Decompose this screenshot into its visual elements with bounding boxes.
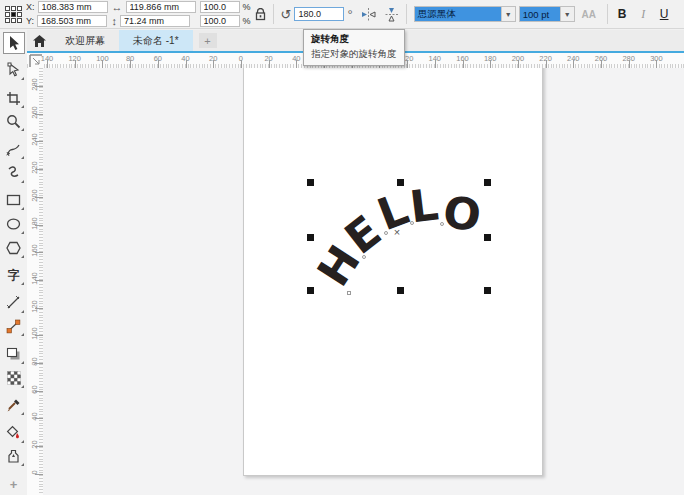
mirror-horizontal-button[interactable]: [361, 8, 376, 21]
crop-tool-icon: [6, 91, 21, 106]
smart-fill-tool-icon: [6, 449, 21, 464]
x-label: X:: [26, 2, 35, 12]
artistic-media-tool[interactable]: [3, 162, 25, 184]
canvas: [43, 68, 684, 495]
scale-y-unit: %: [243, 16, 251, 26]
ellipse-tool[interactable]: [3, 213, 25, 235]
crop-tool[interactable]: [3, 87, 25, 109]
drop-shadow-tool[interactable]: [3, 343, 25, 365]
color-eyedropper-tool[interactable]: [3, 395, 25, 417]
transparency-tool-icon: [7, 371, 21, 385]
pick-tool-icon: [6, 35, 22, 51]
separator: [406, 4, 407, 24]
home-icon: [33, 35, 46, 47]
selection-handle[interactable]: [484, 179, 491, 186]
shape-tool[interactable]: [3, 60, 25, 82]
font-size-value: 100 pt: [520, 7, 560, 21]
mirror-vertical-button[interactable]: [384, 8, 399, 21]
pick-tool[interactable]: [3, 32, 25, 54]
underline-button[interactable]: U: [657, 7, 672, 21]
zoom-tool[interactable]: [3, 111, 25, 133]
property-bar: X: Y: ↔ ↕ %: [0, 0, 684, 29]
v-ruler-label: 280: [30, 74, 39, 96]
rectangle-tool[interactable]: [3, 190, 25, 212]
polygon-tool[interactable]: [3, 237, 25, 259]
page: [243, 68, 543, 476]
home-button[interactable]: [27, 30, 51, 51]
add-tools-button-icon: +: [10, 477, 18, 492]
rectangle-tool-icon: [6, 193, 21, 207]
interactive-fill-tool-icon: [6, 425, 21, 440]
selection-handle[interactable]: [484, 287, 491, 294]
scale-x-unit: %: [243, 2, 251, 12]
v-ruler-label: 200: [30, 184, 39, 206]
drop-shadow-tool-icon: [6, 347, 21, 361]
curved-text-letter[interactable]: L: [407, 182, 440, 229]
edit-text-button[interactable]: AA: [578, 9, 600, 20]
chevron-down-icon[interactable]: ▼: [560, 7, 574, 21]
transparency-tool[interactable]: [3, 367, 25, 389]
scale-x-input[interactable]: [200, 1, 240, 13]
selection-handle[interactable]: [307, 287, 314, 294]
italic-button[interactable]: I: [636, 7, 651, 22]
y-position-input[interactable]: [37, 15, 107, 27]
shape-tool-icon: [6, 62, 22, 78]
v-ruler-label: 120: [30, 295, 39, 317]
interactive-fill-tool[interactable]: [3, 422, 25, 444]
y-label: Y:: [26, 16, 34, 26]
new-tab-button[interactable]: +: [199, 33, 217, 48]
color-eyedropper-tool-icon: [6, 398, 21, 413]
bold-button[interactable]: B: [615, 7, 630, 21]
v-ruler-label: 20: [30, 434, 39, 456]
v-ruler-label: 40: [30, 406, 39, 428]
zoom-tool-icon: [6, 114, 21, 129]
separator: [607, 4, 608, 24]
connector-tool-icon: [6, 319, 21, 334]
selection-handle[interactable]: [307, 234, 314, 241]
degree-symbol: °: [347, 7, 352, 22]
smart-fill-tool[interactable]: [3, 446, 25, 468]
parallel-dimension-tool[interactable]: [3, 292, 25, 314]
rotation-icon: ↺: [281, 8, 292, 21]
font-family-combo[interactable]: 思源黑体 ▼: [414, 6, 516, 22]
scale-lock-icon[interactable]: [255, 8, 266, 21]
rotation-angle-input[interactable]: [294, 7, 344, 21]
selection-handle[interactable]: [307, 179, 314, 186]
connector-tool[interactable]: [3, 316, 25, 338]
x-position-input[interactable]: [38, 1, 108, 13]
text-tool[interactable]: 字: [3, 265, 25, 287]
object-width-input[interactable]: [126, 1, 196, 13]
object-width-icon: ↔: [112, 2, 123, 13]
v-ruler-label: 260: [30, 101, 39, 123]
toolbox: 字+: [0, 30, 28, 495]
font-family-value: 思源黑体: [415, 7, 501, 21]
v-ruler-label: 180: [30, 212, 39, 234]
tooltip-title: 旋转角度: [311, 33, 397, 46]
v-ruler-label: 80: [30, 351, 39, 373]
text-tool-icon: 字: [8, 269, 20, 281]
freehand-tool[interactable]: [3, 138, 25, 160]
chevron-down-icon[interactable]: ▼: [501, 7, 515, 21]
v-ruler-label: 0: [30, 461, 39, 483]
tab-welcome[interactable]: 欢迎屏幕: [51, 30, 119, 51]
vertical-ruler: 280260240220200180160140120100806040200: [27, 68, 44, 495]
v-ruler-label: 220: [30, 157, 39, 179]
v-ruler-label: 240: [30, 129, 39, 151]
artistic-media-tool-icon: [6, 165, 21, 180]
selection-handle[interactable]: [484, 234, 491, 241]
font-size-combo[interactable]: 100 pt ▼: [519, 6, 575, 22]
scale-y-input[interactable]: [200, 15, 240, 27]
selection-handle[interactable]: [397, 179, 404, 186]
curved-text-letter[interactable]: O: [440, 189, 484, 238]
object-origin-selector[interactable]: [5, 6, 22, 23]
tooltip-description: 指定对象的旋转角度: [311, 48, 397, 61]
ellipse-tool-icon: [6, 217, 21, 231]
polygon-tool-icon: [6, 241, 21, 255]
selection-handle[interactable]: [397, 287, 404, 294]
freehand-tool-icon: [6, 142, 22, 157]
add-tools-button[interactable]: +: [3, 473, 25, 495]
object-height-input[interactable]: [120, 15, 190, 27]
tab-document[interactable]: 未命名 -1*: [119, 30, 193, 51]
tooltip: 旋转角度 指定对象的旋转角度: [303, 29, 405, 66]
v-ruler-label: 140: [30, 267, 39, 289]
